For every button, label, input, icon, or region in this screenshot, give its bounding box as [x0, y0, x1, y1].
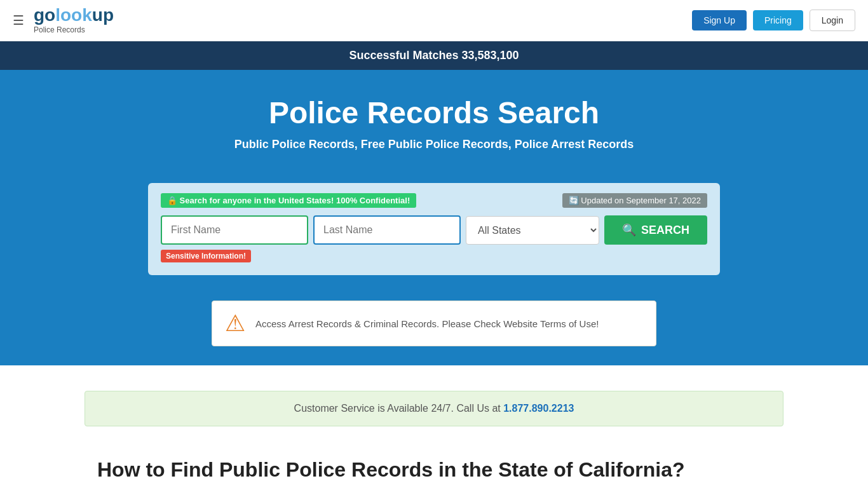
hero-section: Police Records Search Public Police Reco… — [0, 70, 868, 183]
middle-section: Customer Service is Available 24/7. Call… — [0, 365, 868, 488]
warning-bar: ⚠ Access Arrest Records & Criminal Recor… — [212, 301, 656, 346]
last-name-input[interactable] — [313, 215, 461, 245]
logo-text: golookup — [34, 6, 114, 24]
logo-subtitle: Police Records — [34, 25, 85, 34]
signup-button[interactable]: Sign Up — [692, 10, 747, 30]
article-h2: How to Find Public Police Records in the… — [97, 458, 771, 482]
updated-label: 🔄 Updated on September 17, 2022 — [562, 193, 707, 208]
sensitive-badge: Sensitive Information! — [161, 250, 251, 262]
header-nav: Sign Up Pricing Login — [692, 10, 855, 31]
confidential-label: 🔒 Search for anyone in the United States… — [161, 193, 416, 208]
pricing-button[interactable]: Pricing — [753, 10, 803, 30]
search-button-label: SEARCH — [641, 224, 689, 237]
search-icon: 🔍 — [622, 223, 636, 237]
search-fields: All StatesAlabamaAlaskaArizonaArkansasCa… — [161, 215, 707, 245]
hero-subtitle: Public Police Records, Free Public Polic… — [13, 138, 855, 151]
search-container: 🔒 Search for anyone in the United States… — [0, 183, 868, 301]
logo[interactable]: golookup Police Records — [34, 6, 114, 34]
search-top-bar: 🔒 Search for anyone in the United States… — [161, 193, 707, 208]
logo-up: up — [92, 5, 114, 25]
logo-go: go — [34, 5, 55, 25]
warning-wrapper: ⚠ Access Arrest Records & Criminal Recor… — [0, 301, 868, 365]
matches-banner: Successful Matches 33,583,100 — [0, 41, 868, 70]
warning-icon: ⚠ — [225, 310, 245, 337]
customer-service-text: Customer Service is Available 24/7. Call… — [294, 403, 504, 414]
site-header: ☰ golookup Police Records Sign Up Pricin… — [0, 0, 868, 41]
customer-service-phone[interactable]: 1.877.890.2213 — [503, 403, 574, 414]
hero-title: Police Records Search — [13, 95, 855, 130]
menu-icon[interactable]: ☰ — [13, 13, 24, 28]
warning-text: Access Arrest Records & Criminal Records… — [255, 318, 599, 329]
search-button[interactable]: 🔍 SEARCH — [604, 215, 707, 245]
matches-text: Successful Matches 33,583,100 — [349, 49, 519, 62]
first-name-input[interactable] — [161, 215, 308, 245]
state-select[interactable]: All StatesAlabamaAlaskaArizonaArkansasCa… — [466, 216, 599, 245]
search-box: 🔒 Search for anyone in the United States… — [148, 183, 720, 275]
article-section: How to Find Public Police Records in the… — [85, 445, 783, 488]
logo-look: look — [55, 5, 92, 25]
login-button[interactable]: Login — [810, 10, 855, 31]
customer-service-bar: Customer Service is Available 24/7. Call… — [85, 391, 783, 426]
